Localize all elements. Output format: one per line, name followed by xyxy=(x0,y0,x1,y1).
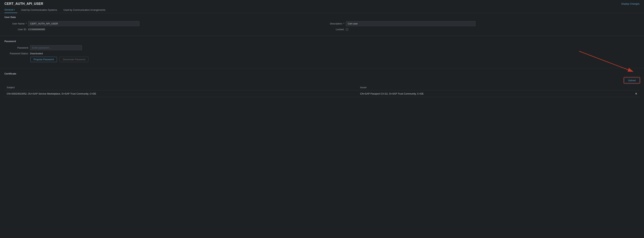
password-status-row: Password Status: Deactivated xyxy=(4,52,640,55)
user-data-form: User Name: User ID: CC0000000005 Descrip… xyxy=(4,21,640,32)
cert-issuer: CN=SAP Passport CA G2, O=SAP Trust Commu… xyxy=(358,90,614,97)
password-section-title: Password xyxy=(4,40,640,43)
locked-row: Locked: xyxy=(326,28,636,31)
locked-label: Locked: xyxy=(326,28,344,31)
user-id-row: User ID: CC0000000005 xyxy=(8,28,318,31)
tab-comm-arrangements[interactable]: Used by Communication Arrangements xyxy=(64,7,108,13)
display-changes-link[interactable]: Display Changes xyxy=(622,2,640,5)
col-issuer: Issuer xyxy=(358,84,614,90)
table-row: CN=S0023610052, OU=SAP Service Marketpla… xyxy=(4,90,640,97)
tab-comm-systems-label: Used by Communication Systems xyxy=(21,8,57,11)
password-label: Password: xyxy=(4,46,28,49)
user-id-value: CC0000000005 xyxy=(28,28,45,31)
certificate-section: Certificate Upload Subject Issuer CN=S00… xyxy=(0,70,644,100)
user-name-input[interactable] xyxy=(28,21,140,26)
divider-2 xyxy=(0,68,644,68)
user-name-row: User Name: xyxy=(8,21,318,26)
tab-bar: General ▾ Used by Communication Systems … xyxy=(0,7,644,13)
password-buttons-row: Propose Password Deactivate Password xyxy=(4,57,640,62)
tab-general-label: General xyxy=(4,8,13,11)
description-input[interactable] xyxy=(346,21,476,26)
password-input-row: Password: xyxy=(4,45,640,50)
locked-checkbox[interactable] xyxy=(346,28,348,31)
propose-password-button[interactable]: Propose Password xyxy=(30,57,57,62)
chevron-down-icon: ▾ xyxy=(14,9,15,11)
tab-general[interactable]: General ▾ xyxy=(4,7,17,13)
col-subject: Subject xyxy=(4,84,358,90)
divider-1 xyxy=(0,36,644,36)
user-id-label: User ID: xyxy=(8,28,27,31)
certificate-header-row: Upload xyxy=(4,78,640,83)
page-header: CERT_AUTH_API_USER Display Changes xyxy=(0,0,644,7)
description-row: Description: xyxy=(326,21,636,26)
description-label: Description: xyxy=(326,22,344,25)
deactivate-password-button[interactable]: Deactivate Password xyxy=(60,57,88,62)
tab-comm-systems[interactable]: Used by Communication Systems xyxy=(21,7,60,13)
password-input[interactable] xyxy=(30,45,82,50)
upload-button[interactable]: Upload xyxy=(624,78,640,83)
tab-comm-arrangements-label: Used by Communication Arrangements xyxy=(64,8,105,11)
certificate-table: Subject Issuer CN=S0023610052, OU=SAP Se… xyxy=(4,84,640,97)
password-status-value: Deactivated xyxy=(30,52,43,55)
cert-subject: CN=S0023610052, OU=SAP Service Marketpla… xyxy=(4,90,358,97)
page-title: CERT_AUTH_API_USER xyxy=(4,2,43,6)
user-data-section-title: User Data xyxy=(4,16,640,18)
table-header-row: Subject Issuer xyxy=(4,84,640,90)
user-data-left: User Name: User ID: CC0000000005 xyxy=(8,21,318,32)
col-actions xyxy=(614,84,640,90)
certificate-section-title: Certificate xyxy=(4,72,640,75)
password-status-label: Password Status: xyxy=(4,52,28,55)
delete-cert-button[interactable]: ✕ xyxy=(614,90,640,97)
user-data-section: User Data User Name: User ID: CC00000000… xyxy=(0,13,644,34)
user-name-label: User Name: xyxy=(8,22,27,25)
password-section: Password Password: Password Status: Deac… xyxy=(0,37,644,66)
user-data-right: Description: Locked: xyxy=(326,21,636,32)
